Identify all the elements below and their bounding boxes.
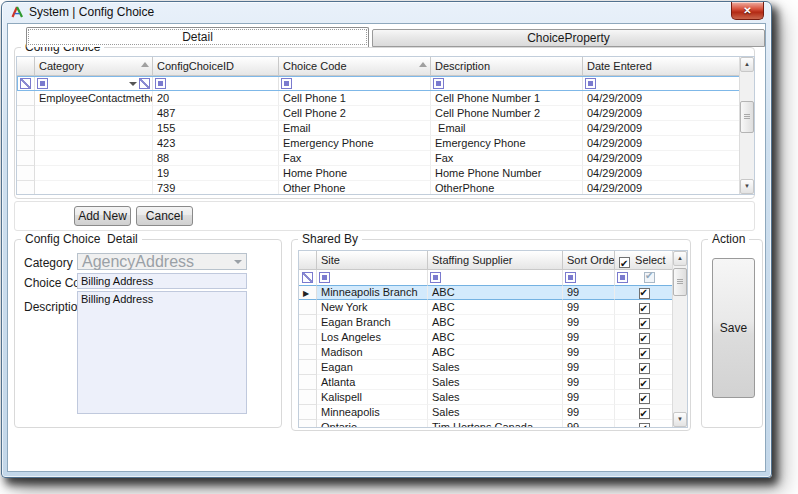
cell-sort-order[interactable]: 99	[563, 330, 615, 345]
select-checkbox[interactable]	[639, 303, 650, 314]
filter-cell-category[interactable]	[35, 76, 153, 91]
column-header-date-entered[interactable]: Date Entered	[583, 57, 740, 76]
choice-code-input[interactable]	[77, 273, 247, 289]
cell-configchoiceid[interactable]: 155	[153, 121, 279, 136]
row-indicator-cell[interactable]	[299, 360, 317, 375]
column-header-site[interactable]: Site	[317, 251, 428, 270]
row-indicator-cell[interactable]	[299, 300, 317, 315]
scroll-thumb[interactable]	[740, 101, 754, 133]
cell-select[interactable]	[615, 375, 674, 390]
column-header-staffing-supplier[interactable]: Staffing Supplier	[428, 251, 563, 270]
column-header-choice-code[interactable]: Choice Code	[279, 57, 431, 76]
filter-cell-choice-code[interactable]	[279, 76, 431, 91]
cell-description[interactable]: Email	[431, 121, 583, 136]
row-indicator-cell[interactable]	[299, 420, 317, 428]
cell-category[interactable]: EmployeeContactmethod	[35, 91, 153, 106]
cell-configchoiceid[interactable]: 739	[153, 181, 279, 195]
cell-select[interactable]	[615, 315, 674, 330]
row-indicator-cell[interactable]	[17, 166, 35, 181]
select-all-checkbox[interactable]	[619, 257, 630, 268]
select-checkbox[interactable]	[639, 408, 650, 419]
cell-select[interactable]	[615, 330, 674, 345]
select-checkbox[interactable]	[639, 378, 650, 389]
filter-cell-select[interactable]	[615, 270, 674, 285]
cell-choice-code[interactable]: Cell Phone 1	[279, 91, 431, 106]
cell-sort-order[interactable]: 99	[563, 285, 615, 300]
select-checkbox[interactable]	[639, 333, 650, 344]
cell-staffing-supplier[interactable]: Sales	[428, 375, 563, 390]
scroll-down-button[interactable]: ▼	[673, 412, 687, 427]
cell-staffing-supplier[interactable]: ABC	[428, 285, 563, 300]
cell-category[interactable]	[35, 181, 153, 195]
cell-sort-order[interactable]: 99	[563, 300, 615, 315]
cell-site[interactable]: Kalispell	[317, 390, 428, 405]
filter-cell-description[interactable]	[431, 76, 583, 91]
tab-detail[interactable]: Detail	[26, 27, 369, 47]
column-header-description[interactable]: Description	[431, 57, 583, 76]
cell-staffing-supplier[interactable]: ABC	[428, 345, 563, 360]
table-row[interactable]: 487Cell Phone 2Cell Phone Number 204/29/…	[17, 106, 754, 121]
cell-site[interactable]: Eagan Branch	[317, 315, 428, 330]
cell-sort-order[interactable]: 99	[563, 420, 615, 428]
cell-site[interactable]: Madison	[317, 345, 428, 360]
row-indicator-cell[interactable]	[299, 390, 317, 405]
cell-select[interactable]	[615, 420, 674, 428]
scroll-up-button[interactable]: ▲	[673, 251, 687, 266]
cell-select[interactable]	[615, 360, 674, 375]
filter-clear-icon[interactable]	[302, 272, 313, 283]
scroll-down-button[interactable]: ▼	[740, 179, 754, 194]
column-header-category[interactable]: Category	[35, 57, 153, 76]
table-row[interactable]: ▶Minneapolis BranchABC99	[299, 285, 687, 300]
column-header-configchoiceid[interactable]: ConfigChoiceID	[153, 57, 279, 76]
cell-sort-order[interactable]: 99	[563, 390, 615, 405]
select-checkbox[interactable]	[639, 288, 650, 299]
cell-staffing-supplier[interactable]: Tim Hortons Canada	[428, 420, 563, 428]
filter-box-icon[interactable]	[430, 272, 441, 283]
table-row[interactable]: Los AngelesABC99	[299, 330, 687, 345]
row-indicator-cell[interactable]	[17, 91, 35, 106]
table-row[interactable]: MinneapolisSales99	[299, 405, 687, 420]
cell-choice-code[interactable]: Emergency Phone	[279, 136, 431, 151]
cell-description[interactable]: Cell Phone Number 1	[431, 91, 583, 106]
row-indicator-cell[interactable]	[299, 405, 317, 420]
cell-staffing-supplier[interactable]: Sales	[428, 390, 563, 405]
table-row[interactable]: KalispellSales99	[299, 390, 687, 405]
filter-cell-site[interactable]	[317, 270, 428, 285]
table-row[interactable]: Eagan BranchABC99	[299, 315, 687, 330]
cell-staffing-supplier[interactable]: ABC	[428, 330, 563, 345]
cell-date-entered[interactable]: 04/29/2009	[583, 181, 740, 195]
cell-sort-order[interactable]: 99	[563, 375, 615, 390]
table-row[interactable]: AtlantaSales99	[299, 375, 687, 390]
filter-cell-sort-order[interactable]	[563, 270, 615, 285]
select-filter-checkbox[interactable]	[644, 272, 655, 283]
cell-sort-order[interactable]: 99	[563, 405, 615, 420]
row-indicator-cell[interactable]	[17, 136, 35, 151]
cell-sort-order[interactable]: 99	[563, 345, 615, 360]
table-row[interactable]: EaganSales99	[299, 360, 687, 375]
save-button[interactable]: Save	[712, 258, 755, 398]
grid-filter-row[interactable]	[299, 270, 687, 285]
filter-box-icon[interactable]	[319, 272, 330, 283]
cell-date-entered[interactable]: 04/29/2009	[583, 151, 740, 166]
cell-site[interactable]: Minneapolis	[317, 405, 428, 420]
scroll-up-button[interactable]: ▲	[740, 57, 754, 72]
close-button[interactable]: ✕	[731, 2, 764, 20]
row-indicator-cell[interactable]	[299, 315, 317, 330]
cell-staffing-supplier[interactable]: ABC	[428, 315, 563, 330]
table-row[interactable]: EmployeeContactmethod20Cell Phone 1Cell …	[17, 91, 754, 106]
select-checkbox[interactable]	[639, 318, 650, 329]
cell-date-entered[interactable]: 04/29/2009	[583, 166, 740, 181]
cell-configchoiceid[interactable]: 487	[153, 106, 279, 121]
cell-category[interactable]	[35, 136, 153, 151]
cell-choice-code[interactable]: Home Phone	[279, 166, 431, 181]
filter-clear-icon[interactable]	[20, 78, 31, 89]
row-indicator-cell[interactable]	[17, 121, 35, 136]
tab-choiceproperty[interactable]: ChoiceProperty	[372, 29, 765, 47]
filter-box-icon[interactable]	[617, 272, 628, 283]
cell-configchoiceid[interactable]: 19	[153, 166, 279, 181]
add-new-button[interactable]: Add New	[74, 206, 131, 226]
cell-select[interactable]	[615, 390, 674, 405]
select-checkbox[interactable]	[639, 423, 650, 428]
filter-box-icon[interactable]	[155, 78, 166, 89]
row-indicator-cell[interactable]	[299, 345, 317, 360]
